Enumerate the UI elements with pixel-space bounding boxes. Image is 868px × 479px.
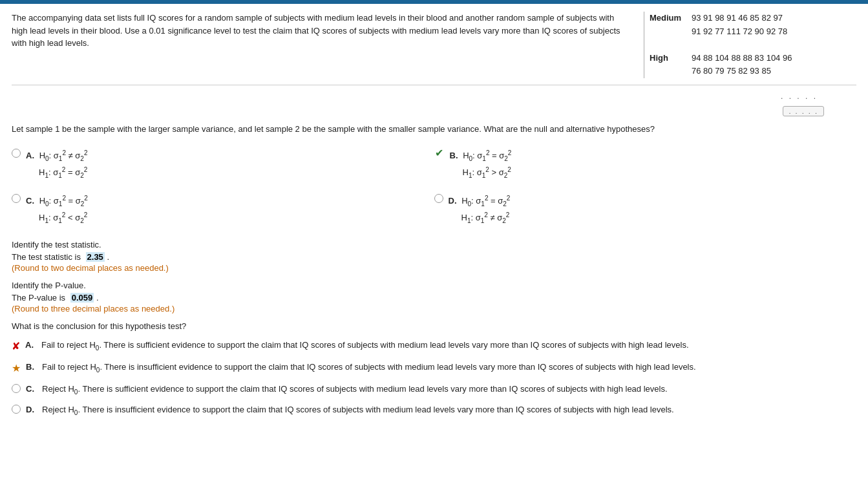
test-statistic-label: Identify the test statistic. — [12, 240, 856, 250]
intro-section: The accompanying data set lists full IQ … — [12, 12, 856, 85]
conclusion-question: What is the conclusion for this hypothes… — [12, 321, 856, 331]
pvalue-value[interactable]: 0.059 — [70, 293, 94, 303]
conclusion-c-label: C. — [26, 383, 34, 396]
high-row1: 94 88 104 88 88 83 104 96 — [692, 52, 792, 65]
test-stat-value[interactable]: 2.35 — [86, 252, 105, 262]
medium-row2: 91 92 77 111 72 90 92 78 — [692, 25, 787, 39]
hypotheses-grid: A. H0: σ12 ≠ σ22 H1: σ12 = σ22 ✔ B. H0: … — [12, 145, 856, 229]
conclusion-c-text: Reject H0. There is sufficient evidence … — [42, 383, 668, 397]
radio-d[interactable] — [434, 194, 443, 203]
test-stat-value-box: 2.35 — [86, 252, 107, 262]
test-stat-note: (Round to two decimal places as needed.) — [12, 263, 856, 273]
radio-conclusion-c[interactable] — [12, 384, 21, 393]
medium-label: Medium — [650, 12, 685, 23]
checkmark-icon: ✔ — [435, 147, 443, 159]
conclusion-options: ✘ A. Fail to reject H0. There is suffici… — [12, 339, 856, 417]
option-c-h0: H0: σ12 = σ22 — [39, 196, 88, 206]
medium-values: 93 91 98 91 46 85 82 97 91 92 77 111 72 … — [692, 12, 787, 39]
question1-text: Let sample 1 be the sample with the larg… — [12, 123, 856, 136]
radio-conclusion-d[interactable] — [12, 405, 21, 414]
medium-data-row: Medium 93 91 98 91 46 85 82 97 91 92 77 … — [650, 12, 856, 39]
option-d-h0: H0: σ12 = σ22 — [461, 196, 510, 206]
option-d-h1: H1: σ12 ≠ σ22 — [461, 213, 510, 222]
option-d-label: D. — [449, 196, 457, 206]
pvalue-value-box: 0.059 — [70, 293, 96, 303]
high-label: High — [650, 52, 685, 63]
x-icon-a: ✘ — [12, 339, 20, 354]
pvalue-label: Identify the P-value. — [12, 281, 856, 290]
high-row2: 76 80 79 75 82 93 85 — [692, 65, 792, 78]
radio-b-check[interactable]: ✔ — [434, 148, 445, 158]
test-stat-period: . — [107, 252, 109, 262]
star-icon-b: ★ — [12, 361, 21, 376]
pvalue-note: (Round to three decimal places as needed… — [12, 304, 856, 314]
high-values: 94 88 104 88 88 83 104 96 76 80 79 75 82… — [692, 52, 792, 79]
conclusion-d-label: D. — [26, 403, 34, 416]
option-b-h1: H1: σ12 > σ22 — [463, 167, 511, 177]
radio-c[interactable] — [12, 194, 21, 203]
conclusion-b-text: Fail to reject H0. There is insufficient… — [42, 361, 696, 375]
option-d[interactable]: D. H0: σ12 = σ22 H1: σ12 ≠ σ22 — [434, 190, 857, 229]
conclusion-a-label: A. — [25, 339, 34, 352]
option-a-content: A. H0: σ12 ≠ σ22 H1: σ12 = σ22 — [26, 147, 87, 181]
option-b[interactable]: ✔ B. H0: σ12 = σ22 H1: σ12 > σ22 — [434, 145, 857, 184]
medium-row1: 93 91 98 91 46 85 82 97 — [692, 12, 787, 25]
conclusion-a[interactable]: ✘ A. Fail to reject H0. There is suffici… — [12, 339, 856, 354]
option-a[interactable]: A. H0: σ12 ≠ σ22 H1: σ12 = σ22 — [12, 145, 434, 184]
test-stat-line: The test statistic is 2.35 . — [12, 252, 856, 262]
conclusion-b[interactable]: ★ B. Fail to reject H0. There is insuffi… — [12, 361, 856, 376]
option-b-content: B. H0: σ12 = σ22 H1: σ12 > σ22 — [450, 147, 512, 181]
option-c-content: C. H0: σ12 = σ22 H1: σ12 < σ22 — [26, 193, 88, 226]
scroll-button[interactable]: . . . . . — [783, 106, 824, 116]
conclusion-d-text: Reject H0. There is insufficient evidenc… — [42, 403, 674, 418]
option-c[interactable]: C. H0: σ12 = σ22 H1: σ12 < σ22 — [12, 190, 434, 229]
pvalue-prefix: The P-value is — [12, 293, 65, 303]
pvalue-line: The P-value is 0.059 . — [12, 293, 856, 303]
conclusion-d[interactable]: D. Reject H0. There is insufficient evid… — [12, 403, 856, 418]
option-b-label: B. — [450, 151, 458, 160]
option-c-h1: H1: σ12 < σ22 — [39, 213, 87, 222]
option-a-label: A. — [26, 151, 34, 160]
data-table-section: Medium 93 91 98 91 46 85 82 97 91 92 77 … — [650, 12, 856, 78]
conclusion-a-text: Fail to reject H0. There is sufficient e… — [41, 339, 689, 353]
test-stat-prefix: The test statistic is — [12, 252, 81, 262]
conclusion-c[interactable]: C. Reject H0. There is sufficient eviden… — [12, 383, 856, 397]
option-a-h0: H0: σ12 ≠ σ22 — [39, 151, 88, 160]
main-content: The accompanying data set lists full IQ … — [0, 4, 868, 436]
option-c-label: C. — [26, 196, 34, 206]
option-d-content: D. H0: σ12 = σ22 H1: σ12 ≠ σ22 — [449, 193, 511, 226]
pvalue-period: . — [96, 293, 99, 303]
high-data-row: High 94 88 104 88 88 83 104 96 76 80 79 … — [650, 52, 856, 79]
dots-top: . . . . . — [781, 92, 818, 101]
intro-text: The accompanying data set lists full IQ … — [12, 12, 631, 78]
option-a-h1: H1: σ12 = σ22 — [39, 167, 87, 177]
radio-a[interactable] — [12, 149, 21, 158]
option-b-h0: H0: σ12 = σ22 — [463, 151, 511, 160]
conclusion-b-label: B. — [26, 361, 34, 374]
vertical-divider — [644, 12, 644, 78]
